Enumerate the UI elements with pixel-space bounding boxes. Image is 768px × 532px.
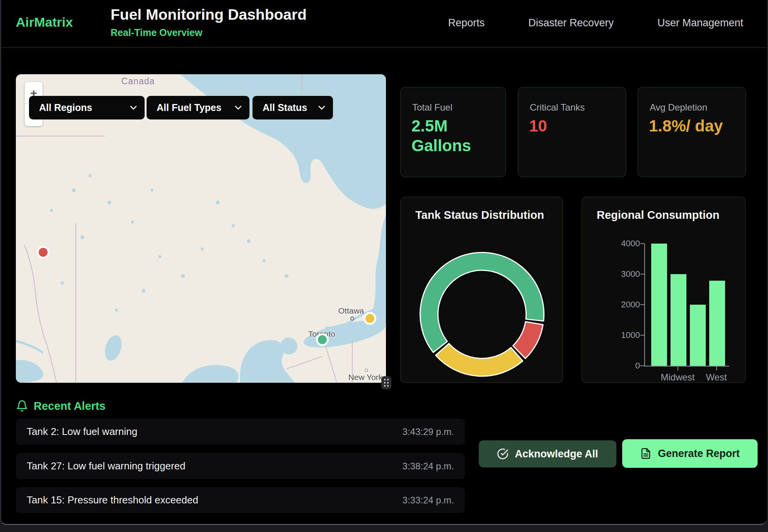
ottawa-town-dot: [350, 317, 354, 321]
donut-segment-critical: [513, 322, 543, 358]
stat-card-avg-depletion: Avg Depletion 1.8%/ day: [638, 87, 746, 177]
bar-plot-area: [644, 244, 729, 367]
stat-value-avg-depletion: 1.8%/ day: [649, 116, 736, 136]
alerts-section-title: Recent Alerts: [34, 400, 106, 413]
y-tick-label: 1000: [613, 330, 640, 340]
status-filter-value: All Status: [263, 102, 307, 113]
bar-region-3[interactable]: [709, 281, 725, 366]
alert-timestamp: 3:33:24 p.m.: [403, 495, 454, 506]
nav-disaster-recovery[interactable]: Disaster Recovery: [528, 17, 614, 29]
x-tick-label: West: [689, 372, 744, 383]
bar-region-0[interactable]: [651, 244, 667, 366]
alert-message: Tank 15: Pressure threshold exceeded: [27, 494, 198, 506]
map[interactable]: Canada Ottawa Toronto New York + − All R…: [16, 74, 386, 383]
resize-grip-handle[interactable]: [381, 376, 391, 389]
tank-status-chart-card: Tank Status Distribution: [400, 197, 563, 383]
window-frame: AirMatrix Fuel Monitoring Dashboard Real…: [0, 0, 767, 525]
alert-row[interactable]: Tank 27: Low fuel warning triggered 3:38…: [16, 453, 465, 479]
alert-row[interactable]: Tank 15: Pressure threshold exceeded 3:3…: [16, 487, 465, 513]
check-circle-icon: [497, 448, 509, 460]
chevron-down-icon: [235, 106, 242, 110]
bar-region-2[interactable]: [690, 305, 706, 366]
nav-reports[interactable]: Reports: [448, 17, 485, 29]
bell-icon: [16, 400, 28, 412]
fuel-type-filter-value: All Fuel Types: [157, 102, 222, 113]
stat-card-total-fuel: Total Fuel 2.5M Gallons: [400, 87, 506, 177]
alert-timestamp: 3:38:24 p.m.: [403, 461, 454, 472]
main-nav: Reports Disaster Recovery User Managemen…: [448, 17, 743, 29]
generate-report-label: Generate Report: [658, 448, 740, 460]
nav-user-management[interactable]: User Management: [657, 17, 743, 29]
tank-marker-warning[interactable]: [364, 312, 376, 325]
regional-consumption-bar-chart[interactable]: 40003000200010000 MidwestWest: [582, 197, 746, 383]
stat-value-critical-tanks: 10: [529, 116, 616, 136]
tank-marker-critical[interactable]: [37, 246, 49, 259]
stat-value-total-fuel: 2.5M Gallons: [411, 116, 496, 155]
chart-title: Tank Status Distribution: [415, 209, 544, 222]
acknowledge-all-button[interactable]: Acknowledge All: [479, 440, 616, 467]
alert-timestamp: 3:43:29 p.m.: [403, 426, 454, 437]
page-title: Fuel Monitoring Dashboard: [111, 6, 307, 23]
alert-message: Tank 2: Low fuel warning: [27, 426, 137, 438]
chevron-down-icon: [130, 106, 137, 110]
new-york-town-dot: [365, 369, 368, 372]
region-filter-dropdown[interactable]: All Regions: [29, 96, 145, 119]
app-logo: AirMatrix: [16, 15, 73, 30]
status-filter-dropdown[interactable]: All Status: [253, 96, 333, 119]
document-icon: [640, 448, 652, 459]
page-subtitle: Real-Time Overview: [111, 27, 202, 38]
y-tick-label: 4000: [613, 239, 640, 249]
stat-label: Total Fuel: [412, 102, 452, 113]
header: AirMatrix Fuel Monitoring Dashboard Real…: [1, 0, 767, 48]
bar-region-1[interactable]: [671, 274, 686, 366]
map-label-new-york: New York: [342, 373, 386, 382]
fuel-type-filter-dropdown[interactable]: All Fuel Types: [147, 96, 249, 119]
alert-row[interactable]: Tank 2: Low fuel warning 3:43:29 p.m.: [16, 419, 465, 445]
y-tick-label: 2000: [613, 300, 640, 310]
region-filter-value: All Regions: [39, 102, 92, 113]
y-tick-label: 0: [613, 361, 640, 371]
acknowledge-all-label: Acknowledge All: [515, 448, 598, 460]
map-filter-bar: All Regions All Fuel Types All Status: [16, 96, 386, 119]
regional-consumption-chart-card: Regional Consumption 40003000200010000 M…: [582, 197, 746, 383]
map-label-canada: Canada: [111, 76, 165, 87]
stat-label: Avg Depletion: [650, 102, 707, 113]
app-root: AirMatrix Fuel Monitoring Dashboard Real…: [0, 0, 768, 532]
y-tick-label: 3000: [613, 269, 640, 279]
donut-segment-warning: [435, 343, 522, 376]
stat-card-critical-tanks: Critical Tanks 10: [518, 87, 626, 177]
tank-status-donut-chart[interactable]: [401, 197, 563, 383]
tank-marker-normal[interactable]: [316, 333, 329, 346]
stat-label: Critical Tanks: [530, 102, 585, 113]
chevron-down-icon: [318, 106, 325, 110]
generate-report-button[interactable]: Generate Report: [622, 439, 758, 468]
alert-message: Tank 27: Low fuel warning triggered: [27, 460, 185, 472]
